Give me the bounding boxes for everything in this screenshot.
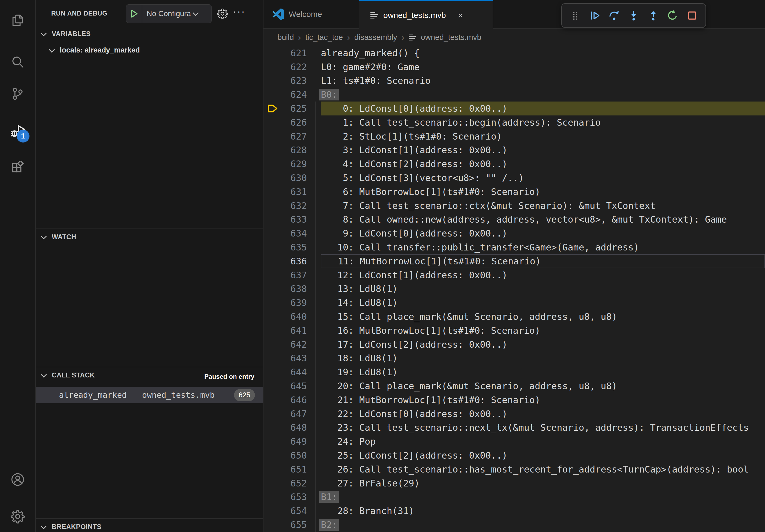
code-line[interactable]: 632 7: Call test_scenario::ctx(&mut Scen…	[264, 199, 765, 213]
line-number[interactable]: 625	[283, 103, 307, 114]
debug-settings-gear-button[interactable]	[217, 8, 228, 20]
code-text[interactable]: 27: BrFalse(29)	[321, 476, 765, 490]
code-text[interactable]: 20: Call place_mark(&mut Scenario, addre…	[321, 379, 765, 393]
code-line[interactable]: 631 6: MutBorrowLoc[1](ts#1#0: Scenario)	[264, 185, 765, 199]
code-text[interactable]: 18: LdU8(1)	[321, 352, 765, 366]
line-number[interactable]: 638	[283, 283, 307, 294]
code-line[interactable]: 630 5: LdConst[3](vector<u8>: "" /..)	[264, 171, 765, 185]
code-text[interactable]: B2:	[321, 518, 765, 532]
line-number[interactable]: 654	[283, 505, 307, 516]
code-text[interactable]: 11: MutBorrowLoc[1](ts#1#0: Scenario)	[321, 254, 765, 268]
code-text[interactable]: 6: MutBorrowLoc[1](ts#1#0: Scenario)	[321, 185, 765, 199]
code-line[interactable]: 627 2: StLoc[1](ts#1#0: Scenario)	[264, 130, 765, 143]
code-line[interactable]: 633 8: Call owned::new(address, address,…	[264, 213, 765, 227]
code-text[interactable]: 12: LdConst[1](address: 0x00..)	[321, 268, 765, 282]
code-text[interactable]: B1:	[321, 490, 765, 504]
stop-button[interactable]	[685, 9, 699, 23]
code-line[interactable]: 646 21: MutBorrowLoc[1](ts#1#0: Scenario…	[264, 393, 765, 407]
line-number[interactable]: 632	[283, 200, 307, 211]
explorer-icon[interactable]	[0, 13, 35, 28]
code-text[interactable]: 28: Branch(31)	[321, 504, 765, 518]
code-text[interactable]: 26: Call test_scenario::has_most_recent_…	[321, 462, 765, 476]
code-text[interactable]: L0: game#2#0: Game	[321, 60, 765, 74]
code-text[interactable]: 16: MutBorrowLoc[1](ts#1#0: Scenario)	[321, 324, 765, 338]
code-line[interactable]: 624B0:	[264, 88, 765, 102]
tab-owned-tests[interactable]: owned_tests.mvb ×	[359, 0, 493, 29]
code-line[interactable]: 645 20: Call place_mark(&mut Scenario, a…	[264, 379, 765, 393]
code-text[interactable]: 10: Call transfer::public_transfer<Game>…	[321, 240, 765, 254]
line-number[interactable]: 648	[283, 422, 307, 433]
line-number[interactable]: 647	[283, 408, 307, 419]
start-debugging-button[interactable]	[126, 5, 142, 23]
close-icon[interactable]: ×	[457, 11, 463, 20]
source-control-icon[interactable]	[0, 86, 35, 101]
breadcrumb-file[interactable]: owned_tests.mvb	[421, 33, 481, 42]
configuration-dropdown[interactable]: No Configura	[142, 9, 212, 18]
code-text[interactable]: 9: LdConst[0](address: 0x00..)	[321, 226, 765, 240]
settings-gear-icon[interactable]	[0, 508, 35, 524]
line-number[interactable]: 623	[283, 75, 307, 86]
step-into-button[interactable]	[627, 9, 641, 23]
code-editor[interactable]: 621already_marked() {622L0: game#2#0: Ga…	[264, 46, 765, 532]
call-stack-frame-row[interactable]: already_marked owned_tests.mvb 625	[36, 387, 263, 403]
code-line[interactable]: 648 23: Call test_scenario::next_tx(&mut…	[264, 421, 765, 435]
code-text[interactable]: already_marked() {	[321, 46, 765, 60]
line-number[interactable]: 644	[283, 367, 307, 378]
code-line[interactable]: 639 14: LdU8(1)	[264, 296, 765, 310]
line-number[interactable]: 653	[283, 492, 307, 502]
code-line[interactable]: 621already_marked() {	[264, 46, 765, 60]
code-line[interactable]: 638 13: LdU8(1)	[264, 282, 765, 296]
line-number[interactable]: 641	[283, 325, 307, 336]
code-text[interactable]: 0: LdConst[0](address: 0x00..)	[321, 102, 765, 116]
code-text[interactable]: 25: LdConst[2](address: 0x00..)	[321, 448, 765, 462]
code-line[interactable]: 651 26: Call test_scenario::has_most_rec…	[264, 462, 765, 476]
code-text[interactable]: 3: LdConst[1](address: 0x00..)	[321, 143, 765, 157]
code-text[interactable]: 24: Pop	[321, 434, 765, 448]
code-line[interactable]: 636 11: MutBorrowLoc[1](ts#1#0: Scenario…	[264, 254, 765, 268]
code-line[interactable]: 628 3: LdConst[1](address: 0x00..)	[264, 143, 765, 157]
line-number[interactable]: 652	[283, 478, 307, 489]
variables-section-header[interactable]: VARIABLES	[42, 30, 91, 38]
step-out-button[interactable]	[646, 9, 660, 23]
line-number[interactable]: 646	[283, 395, 307, 405]
code-text[interactable]: 4: LdConst[2](address: 0x00..)	[321, 157, 765, 171]
line-number[interactable]: 621	[283, 48, 307, 58]
code-line[interactable]: 622L0: game#2#0: Game	[264, 60, 765, 74]
code-line[interactable]: 653B1:	[264, 490, 765, 504]
more-actions-button[interactable]: ···	[233, 6, 246, 17]
breadcrumb-item[interactable]: disassembly	[355, 33, 397, 42]
watch-section-header[interactable]: WATCH	[42, 233, 76, 241]
tab-welcome[interactable]: Welcome	[264, 0, 359, 28]
line-number[interactable]: 643	[283, 353, 307, 364]
call-stack-section-header[interactable]: CALL STACK Paused on entry	[36, 371, 263, 385]
code-text[interactable]: 13: LdU8(1)	[321, 282, 765, 296]
code-line[interactable]: 654 28: Branch(31)	[264, 504, 765, 518]
line-number[interactable]: 651	[283, 464, 307, 475]
code-line[interactable]: 647 22: LdConst[0](address: 0x00..)	[264, 407, 765, 421]
code-line[interactable]: 629 4: LdConst[2](address: 0x00..)	[264, 157, 765, 171]
line-number[interactable]: 640	[283, 311, 307, 322]
code-line[interactable]: 626 1: Call test_scenario::begin(address…	[264, 116, 765, 130]
code-text[interactable]: 7: Call test_scenario::ctx(&mut Scenario…	[321, 199, 765, 213]
step-over-button[interactable]	[607, 9, 621, 23]
code-text[interactable]: 8: Call owned::new(address, address, vec…	[321, 213, 765, 227]
line-number[interactable]: 650	[283, 450, 307, 461]
extensions-icon[interactable]	[0, 160, 35, 176]
code-text[interactable]: 1: Call test_scenario::begin(address): S…	[321, 116, 765, 130]
code-text[interactable]: L1: ts#1#0: Scenario	[321, 74, 765, 88]
code-line[interactable]: 642 17: LdConst[2](address: 0x00..)	[264, 338, 765, 352]
code-text[interactable]: 15: Call place_mark(&mut Scenario, addre…	[321, 310, 765, 324]
code-line[interactable]: 634 9: LdConst[0](address: 0x00..)	[264, 226, 765, 240]
code-text[interactable]: 17: LdConst[2](address: 0x00..)	[321, 338, 765, 352]
code-line[interactable]: 650 25: LdConst[2](address: 0x00..)	[264, 448, 765, 462]
line-number[interactable]: 639	[283, 297, 307, 308]
continue-button[interactable]	[588, 9, 602, 23]
restart-button[interactable]	[666, 9, 679, 23]
code-line[interactable]: 643 18: LdU8(1)	[264, 352, 765, 366]
line-number[interactable]: 645	[283, 381, 307, 392]
line-number[interactable]: 636	[283, 256, 307, 267]
search-icon[interactable]	[0, 54, 35, 69]
line-number[interactable]: 635	[283, 242, 307, 253]
line-number[interactable]: 631	[283, 186, 307, 197]
code-line[interactable]: 641 16: MutBorrowLoc[1](ts#1#0: Scenario…	[264, 324, 765, 338]
